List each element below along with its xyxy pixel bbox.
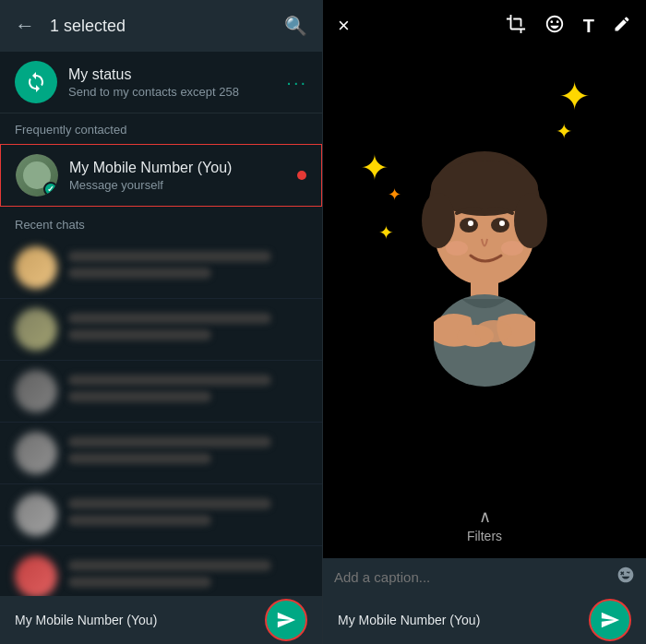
- sparkle-icon-top-right: ✦: [558, 74, 591, 119]
- chat-text-block: [68, 436, 307, 470]
- contact-info: My Mobile Number (You) Message yourself: [69, 160, 297, 192]
- chat-avatar: [15, 246, 57, 289]
- chat-msg-blurred: [68, 268, 211, 279]
- contact-sub: Message yourself: [69, 178, 297, 192]
- chat-avatar: [15, 494, 57, 536]
- svg-point-4: [514, 193, 547, 248]
- highlighted-contact-row[interactable]: My Mobile Number (You) Message yourself: [0, 144, 322, 207]
- chat-avatar: [15, 370, 57, 412]
- character-svg: [401, 147, 568, 387]
- chat-avatar: [15, 555, 57, 598]
- contact-avatar: [16, 154, 58, 197]
- chat-msg-blurred: [68, 329, 211, 340]
- chat-avatar: [15, 432, 57, 474]
- chat-text-block: [68, 313, 307, 346]
- chat-list-item[interactable]: [0, 484, 322, 546]
- chat-list-item[interactable]: [0, 423, 322, 484]
- my-status-row[interactable]: My status Send to my contacts except 258…: [0, 52, 322, 113]
- caption-input[interactable]: [334, 569, 609, 585]
- svg-point-14: [475, 320, 512, 342]
- crop-icon[interactable]: [506, 14, 526, 39]
- chat-text-block: [68, 251, 307, 284]
- chat-msg-blurred: [68, 391, 211, 402]
- edit-icon[interactable]: [613, 15, 631, 38]
- back-button[interactable]: ←: [15, 14, 35, 38]
- chat-msg-blurred: [68, 453, 211, 464]
- right-send-icon: [600, 610, 620, 630]
- chat-list: [0, 237, 322, 644]
- status-sub: Send to my contacts except 258: [68, 85, 286, 99]
- chat-name-blurred: [68, 251, 271, 262]
- status-name: My status: [68, 66, 286, 83]
- right-header: × T: [323, 0, 646, 52]
- chat-avatar: [15, 308, 57, 351]
- sparkle-icon-bottom-left: ✦: [378, 221, 394, 244]
- status-dots-button[interactable]: ···: [286, 72, 307, 93]
- svg-point-3: [422, 193, 455, 248]
- frequently-contacted-label: Frequently contacted: [0, 113, 322, 142]
- right-header-icons: T: [506, 14, 631, 39]
- chat-name-blurred: [68, 436, 271, 447]
- right-bottom-bar: My Mobile Number (You): [323, 596, 646, 644]
- status-avatar: [15, 61, 57, 103]
- contact-name: My Mobile Number (You): [69, 160, 297, 176]
- chat-list-item[interactable]: [0, 361, 322, 423]
- chat-text-block: [68, 560, 307, 593]
- filters-chevron-icon[interactable]: ∧: [479, 507, 491, 527]
- caption-emoji-icon[interactable]: [616, 566, 635, 589]
- chat-list-item[interactable]: [0, 237, 322, 299]
- sticker-character: [401, 147, 568, 390]
- chat-msg-blurred: [68, 577, 211, 588]
- svg-point-7: [468, 221, 473, 226]
- left-bottom-bar: My Mobile Number (You): [0, 596, 322, 644]
- chat-name-blurred: [68, 375, 271, 386]
- chat-msg-blurred: [68, 515, 211, 526]
- chat-name-blurred: [68, 498, 271, 509]
- right-panel: × T ✦ ✦ ✦ ✦ ✦: [323, 0, 646, 644]
- chat-name-blurred: [68, 313, 271, 324]
- right-bottom-contact-name: My Mobile Number (You): [338, 613, 589, 627]
- bottom-contact-name: My Mobile Number (You): [15, 613, 265, 627]
- send-button[interactable]: [265, 599, 307, 641]
- caption-bar: [323, 558, 646, 596]
- sparkle-icon-left: ✦: [360, 148, 389, 188]
- close-button[interactable]: ×: [338, 14, 350, 38]
- media-preview-area: ✦ ✦ ✦ ✦ ✦: [323, 0, 646, 499]
- send-icon: [276, 610, 296, 630]
- sparkle-icon-mid-right: ✦: [556, 120, 572, 144]
- svg-point-10: [501, 241, 523, 256]
- filters-section: ∧ Filters: [323, 499, 646, 558]
- chat-text-block: [68, 498, 307, 531]
- header-title: 1 selected: [50, 17, 284, 36]
- svg-point-8: [499, 221, 505, 226]
- selection-dot: [297, 171, 306, 180]
- chat-name-blurred: [68, 560, 271, 571]
- left-panel: ← 1 selected 🔍 My status Send to my cont…: [0, 0, 323, 644]
- chat-list-item[interactable]: [0, 299, 322, 361]
- verified-badge: [43, 182, 58, 197]
- emoji-icon[interactable]: [544, 14, 565, 39]
- status-info: My status Send to my contacts except 258: [68, 66, 286, 99]
- chat-text-block: [68, 375, 307, 408]
- search-button[interactable]: 🔍: [284, 15, 307, 37]
- svg-point-9: [446, 241, 468, 256]
- sparkle-icon-orange: ✦: [388, 185, 401, 205]
- text-icon[interactable]: T: [583, 16, 594, 37]
- left-header: ← 1 selected 🔍: [0, 0, 322, 52]
- recent-chats-label: Recent chats: [0, 209, 322, 237]
- filters-label: Filters: [467, 529, 502, 543]
- right-send-button[interactable]: [589, 599, 631, 641]
